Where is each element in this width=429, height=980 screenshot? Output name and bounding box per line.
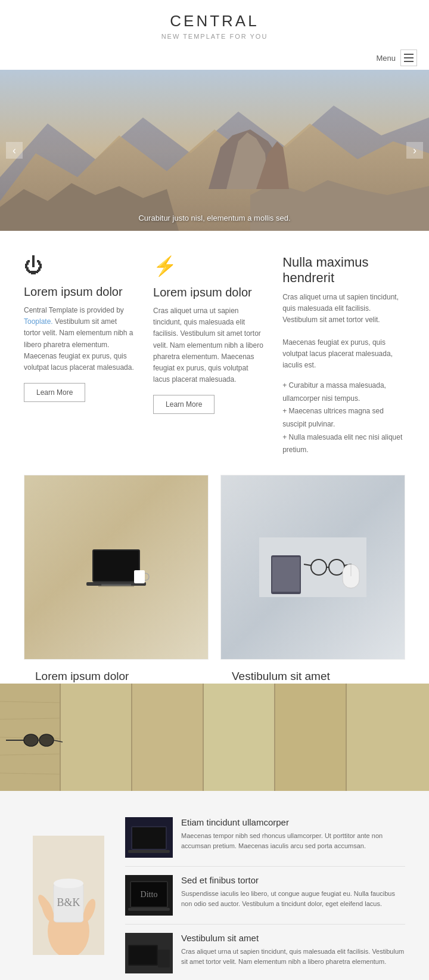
blog-thumb-svg-3 [125,933,173,973]
site-header: CENTRAL NEW TEMPLATE FOR YOU [0,0,429,46]
site-subtitle: NEW TEMPLATE FOR YOU [0,33,429,40]
hamburger-line [404,54,414,55]
blog-items-list: Etiam tincidunt ullamcorper Maecenas tem… [125,809,405,980]
card-1: Lorem ipsum dolor Cras aliquet urna ut s… [24,475,209,660]
svg-rect-26 [60,684,61,791]
blog-item-2-content: Sed et finibus tortor Suspendisse iaculi… [181,875,405,910]
svg-rect-29 [132,684,203,791]
blog-hero-image: B&K [33,836,104,955]
svg-rect-27 [61,684,131,791]
blog-item-1-text: Maecenas tempor nibh sed rhoncus ullamco… [181,831,405,852]
feature-col-2: ⚡ Lorem ipsum dolor Cras aliquet urna ut… [153,255,265,457]
hero-slider: Curabitur justo nisl, elementum a mollis… [0,70,429,231]
feature-1-intro: Central Template is provided by [24,306,124,314]
blog-item-1-title: Etiam tincidunt ullamcorper [181,817,405,827]
svg-rect-35 [347,684,429,791]
svg-rect-31 [204,684,274,791]
blog-thumb-svg-1 [125,817,173,858]
lightning-icon: ⚡ [153,255,265,277]
blog-thumb-1 [125,817,173,858]
hero-image [0,70,429,231]
hamburger-line [404,61,414,62]
card-2-title: Vestibulum sit amet [232,670,394,683]
blog-item-1-content: Etiam tincidunt ullamcorper Maecenas tem… [181,817,405,852]
svg-rect-32 [274,684,275,791]
feature-2-learn-more-button[interactable]: Learn More [153,395,214,414]
blog-thumb-3 [125,933,173,973]
blog-item-3-title: Vestibulum sit amet [181,933,405,943]
svg-rect-9 [94,551,139,581]
blog-item-2-text: Suspendisse iaculis leo libero, ut congu… [181,889,405,910]
card-2: Vestibulum sit amet Cras aliquet urna ut… [220,475,405,660]
feature-2-title: Lorem ipsum dolor [153,286,265,299]
svg-rect-57 [128,850,170,853]
full-width-image [0,684,429,791]
svg-rect-66 [158,950,170,967]
hamburger-line [404,57,414,58]
svg-rect-34 [346,684,347,791]
svg-point-49 [54,879,83,888]
feature-list-item-2: + Maecenas ultrices magna sed suscipit p… [282,405,405,431]
cup-hand-svg: B&K [33,836,104,955]
feature-col-1: ⏻ Lorem ipsum dolor Central Template is … [24,255,135,457]
svg-rect-33 [275,684,346,791]
svg-rect-65 [129,946,157,964]
blog-section: B&K Etiam tincidunt ullamcorper Maece [0,791,429,980]
laptop-svg [80,537,152,597]
svg-rect-30 [203,684,204,791]
nav-bar: Menu [0,46,429,70]
blog-item-1: Etiam tincidunt ullamcorper Maecenas tem… [125,809,405,867]
blog-left-image: B&K [24,809,113,980]
blog-item-3: Vestibulum sit amet Cras aliquet urna ut… [125,925,405,980]
svg-point-43 [39,734,54,746]
svg-rect-16 [272,557,300,592]
blog-item-3-text: Cras aliquet urna ut sapien tincidunt, q… [181,947,405,967]
wood-background-svg [0,684,429,791]
site-title: CENTRAL [0,12,429,30]
slider-prev-button[interactable]: ‹ [6,142,23,159]
slider-next-button[interactable]: › [406,142,423,159]
feature-3-body: Cras aliquet urna ut sapien tincidunt, q… [282,292,405,326]
svg-text:Ditto: Ditto [141,890,158,899]
blog-item-2-title: Sed et finibus tortor [181,875,405,885]
hero-caption: Curabitur justo nisl, elementum a mollis… [138,214,290,222]
feature-list-item-1: + Curabitur a massa malesuada, ullamcorp… [282,379,405,405]
hamburger-menu-button[interactable] [400,50,417,66]
svg-rect-28 [131,684,132,791]
glasses-desk-svg [259,537,366,597]
hero-mountain-svg [0,70,429,231]
card-2-image [221,475,405,659]
svg-rect-13 [134,570,145,583]
blog-item-3-content: Vestibulum sit amet Cras aliquet urna ut… [181,933,405,967]
svg-rect-62 [128,908,170,911]
blog-thumb-svg-2: Ditto [125,875,173,916]
cards-section: Lorem ipsum dolor Cras aliquet urna ut s… [0,475,429,684]
svg-point-42 [24,734,38,746]
feature-col-3: Nulla maximus hendrerit Cras aliquet urn… [282,255,405,457]
svg-rect-56 [132,827,166,849]
feature-1-text: Central Template is provided by Tooplate… [24,305,135,373]
card-1-image [24,475,208,659]
feature-2-text: Cras aliquet urna ut sapien tincidunt, q… [153,305,265,385]
svg-text:B&K: B&K [57,896,80,908]
svg-rect-11 [101,584,131,586]
feature-1-title: Lorem ipsum dolor [24,285,135,299]
feature-3-body2: Maecenas feugiat ex purus, quis volutpat… [282,337,405,372]
features-section: ⏻ Lorem ipsum dolor Central Template is … [0,231,429,475]
feature-list-item-3: + Nulla malesuada elit nec nisi aliquet … [282,431,405,457]
card-1-title: Lorem ipsum dolor [35,670,197,683]
tooplate-link[interactable]: Tooplate. [24,317,53,326]
menu-label: Menu [376,54,396,63]
feature-3-title: Nulla maximus hendrerit [282,255,405,286]
blog-item-2: Ditto Sed et finibus tortor Suspendisse … [125,867,405,925]
power-icon: ⏻ [24,255,135,277]
blog-thumb-2: Ditto [125,875,173,916]
feature-3-list: + Curabitur a massa malesuada, ullamcorp… [282,379,405,457]
feature-1-learn-more-button[interactable]: Learn More [24,383,85,402]
